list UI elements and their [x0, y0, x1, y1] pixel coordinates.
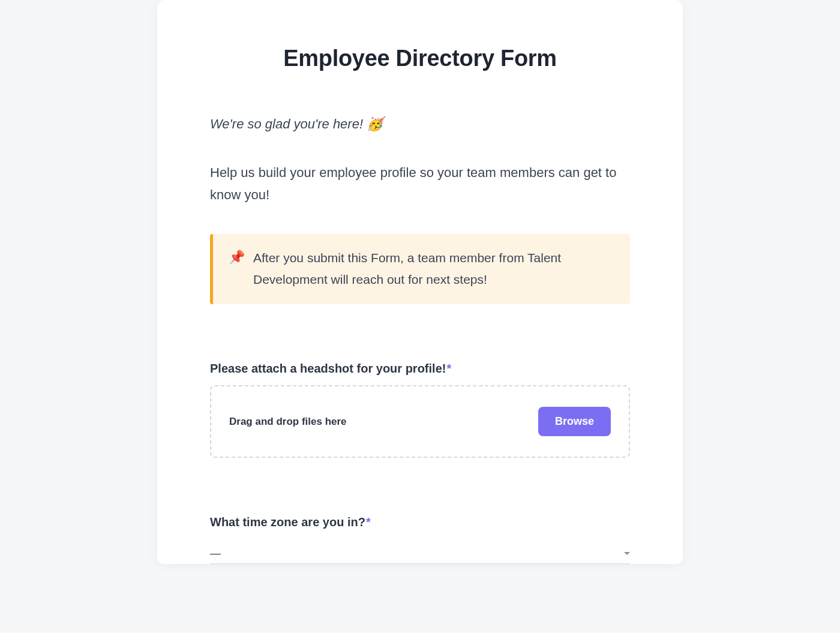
welcome-text: We're so glad you're here! 🥳: [210, 115, 630, 134]
headshot-label: Please attach a headshot for your profil…: [210, 362, 630, 376]
timezone-select-value: —: [210, 547, 221, 560]
required-marker: *: [446, 362, 451, 375]
pushpin-icon: 📌: [229, 247, 245, 268]
browse-button[interactable]: Browse: [538, 407, 611, 436]
info-callout: 📌 After you submit this Form, a team mem…: [210, 234, 630, 305]
form-card: Employee Directory Form We're so glad yo…: [157, 0, 683, 564]
dropzone-text: Drag and drop files here: [229, 416, 347, 428]
form-title: Employee Directory Form: [210, 46, 630, 71]
callout-text: After you submit this Form, a team membe…: [253, 247, 612, 292]
timezone-field: What time zone are you in?* —: [210, 515, 630, 564]
required-marker: *: [366, 515, 371, 529]
headshot-label-text: Please attach a headshot for your profil…: [210, 362, 446, 375]
timezone-label-text: What time zone are you in?: [210, 515, 365, 529]
headshot-dropzone[interactable]: Drag and drop files here Browse: [210, 385, 630, 458]
timezone-select[interactable]: —: [210, 547, 630, 564]
headshot-field: Please attach a headshot for your profil…: [210, 362, 630, 458]
timezone-label: What time zone are you in?*: [210, 515, 630, 529]
chevron-down-icon: [624, 552, 630, 555]
description-text: Help us build your employee profile so y…: [210, 161, 630, 206]
